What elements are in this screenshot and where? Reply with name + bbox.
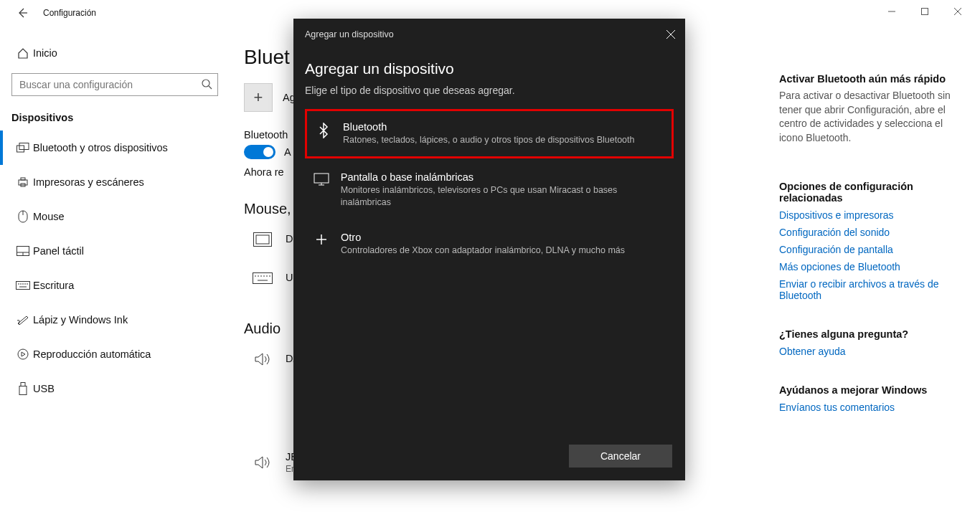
monitor-icon [312, 173, 331, 186]
sidebar-item-typing[interactable]: Escritura [0, 268, 230, 303]
sidebar-item-bluetooth[interactable]: Bluetooth y otros dispositivos [0, 130, 230, 165]
modal-close-button[interactable] [666, 30, 675, 39]
rp-link-send-receive[interactable]: Enviar o recibir archivos a través de Bl… [779, 278, 966, 301]
svg-rect-7 [17, 146, 24, 152]
toggle-state-label: A [284, 146, 291, 158]
back-button[interactable] [14, 5, 30, 21]
sidebar-item-autoplay[interactable]: Reproducción automática [0, 337, 230, 371]
modal-subtitle: Elige el tipo de dispositivo que deseas … [305, 85, 674, 96]
rp-link-display[interactable]: Configuración de pantalla [779, 244, 966, 255]
svg-rect-10 [21, 178, 25, 180]
usb-icon [13, 382, 33, 395]
rp-link-more-bluetooth[interactable]: Más opciones de Bluetooth [779, 261, 966, 272]
svg-point-5 [202, 80, 209, 87]
rp-heading-question: ¿Tienes alguna pregunta? [779, 328, 966, 340]
modal-option-bluetooth[interactable]: Bluetooth Ratones, teclados, lápices, o … [305, 109, 674, 158]
modal-title: Agregar un dispositivo [305, 60, 674, 77]
close-icon [666, 30, 675, 39]
svg-rect-17 [17, 282, 30, 290]
maximize-icon [921, 8, 928, 15]
home-icon [13, 47, 33, 59]
rp-link-feedback[interactable]: Envíanos tus comentarios [779, 402, 966, 413]
modal-header-title: Agregar un dispositivo [305, 29, 394, 39]
minimize-icon [888, 8, 895, 15]
autoplay-icon [13, 348, 33, 360]
sidebar-item-label: USB [33, 383, 55, 394]
close-icon [954, 8, 961, 15]
sidebar-item-label: Reproducción automática [33, 348, 151, 360]
keyboard-device-icon [248, 264, 277, 293]
add-device-modal: Agregar un dispositivo Agregar un dispos… [293, 19, 685, 480]
svg-line-6 [209, 86, 212, 89]
svg-rect-29 [253, 273, 273, 284]
modal-option-desc: Monitores inalámbricos, televisores o PC… [341, 184, 666, 209]
sidebar-item-usb[interactable]: USB [0, 371, 230, 406]
svg-rect-39 [314, 174, 329, 183]
sidebar-item-label: Bluetooth y otros dispositivos [33, 142, 168, 153]
svg-rect-25 [21, 383, 25, 386]
sidebar-item-touchpad[interactable]: Panel táctil [0, 234, 230, 268]
modal-option-desc: Controladores de Xbox con adaptador inal… [341, 245, 625, 257]
touchpad-icon [13, 246, 33, 256]
rp-link-help[interactable]: Obtener ayuda [779, 346, 966, 357]
modal-header: Agregar un dispositivo [293, 19, 685, 50]
pen-icon [13, 315, 33, 325]
window-controls [875, 4, 974, 19]
printer-icon [13, 176, 33, 188]
svg-point-24 [18, 349, 28, 359]
modal-option-title: Otro [341, 232, 625, 243]
rp-link-devices-printers[interactable]: Dispositivos e impresoras [779, 209, 966, 221]
home-link[interactable]: Inicio [0, 39, 230, 67]
sidebar-item-label: Panel táctil [33, 245, 84, 257]
modal-option-wireless-display[interactable]: Pantalla o base inalámbricas Monitores i… [305, 161, 674, 219]
svg-rect-26 [19, 386, 27, 395]
minimize-button[interactable] [875, 4, 908, 19]
devices-icon [13, 143, 33, 153]
keyboard-icon [13, 281, 33, 290]
sidebar: Inicio Dispositivos Bluetooth y otros di… [0, 26, 230, 522]
home-label: Inicio [33, 47, 57, 59]
modal-option-desc: Ratones, teclados, lápices, o audio y ot… [343, 134, 635, 146]
cancel-button[interactable]: Cancelar [569, 445, 672, 468]
rp-link-sound[interactable]: Configuración del sonido [779, 227, 966, 238]
right-panel: Activar Bluetooth aún más rápido Para ac… [779, 59, 966, 419]
mouse-icon [13, 210, 33, 223]
svg-rect-9 [19, 180, 27, 185]
close-button[interactable] [941, 4, 974, 19]
rp-heading-quick: Activar Bluetooth aún más rápido [779, 73, 966, 85]
speaker-icon [248, 448, 277, 477]
modal-option-title: Pantalla o base inalámbricas [341, 171, 666, 183]
touchpad-device-icon [248, 225, 277, 254]
sidebar-item-label: Lápiz y Windows Ink [33, 314, 128, 326]
search-container [11, 73, 218, 96]
search-icon [201, 78, 212, 90]
svg-rect-2 [922, 9, 928, 15]
plus-icon [312, 233, 331, 246]
svg-rect-28 [256, 235, 269, 244]
sidebar-item-label: Mouse [33, 211, 65, 222]
sidebar-item-mouse[interactable]: Mouse [0, 199, 230, 234]
sidebar-item-label: Impresoras y escáneres [33, 176, 144, 188]
rp-heading-related: Opciones de configuración relacionadas [779, 181, 966, 204]
bluetooth-icon [314, 123, 333, 138]
search-input[interactable] [11, 73, 218, 96]
speaker-icon [248, 345, 277, 374]
sidebar-section: Dispositivos [0, 109, 230, 130]
maximize-button[interactable] [908, 4, 941, 19]
plus-icon: + [244, 83, 273, 112]
window-title: Configuración [43, 8, 96, 18]
modal-option-other[interactable]: Otro Controladores de Xbox con adaptador… [305, 222, 674, 267]
bluetooth-toggle[interactable] [244, 145, 275, 159]
sidebar-item-printers[interactable]: Impresoras y escáneres [0, 165, 230, 199]
sidebar-item-label: Escritura [33, 280, 74, 291]
sidebar-item-pen[interactable]: Lápiz y Windows Ink [0, 303, 230, 337]
rp-text-quick: Para activar o desactivar Bluetooth sin … [779, 89, 966, 145]
arrow-left-icon [17, 7, 28, 19]
rp-heading-improve: Ayúdanos a mejorar Windows [779, 384, 966, 396]
modal-option-title: Bluetooth [343, 121, 635, 133]
